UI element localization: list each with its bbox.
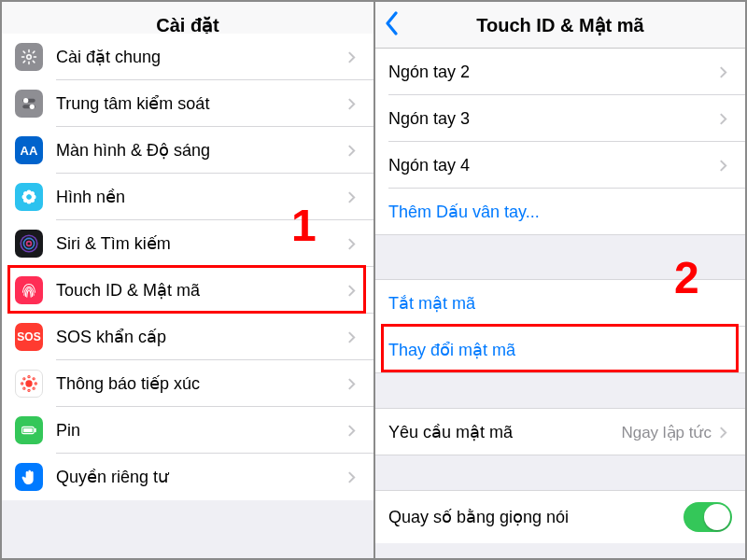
row-siri[interactable]: Siri & Tìm kiếm — [2, 220, 374, 267]
flower-icon — [15, 183, 43, 211]
row-exposure[interactable]: Thông báo tiếp xúc — [2, 360, 374, 407]
row-display[interactable]: AA Màn hình & Độ sáng — [2, 127, 374, 174]
row-label: SOS khẩn cấp — [56, 327, 347, 347]
group-separator — [375, 235, 745, 280]
row-finger-3[interactable]: Ngón tay 3 — [375, 95, 745, 142]
row-label: Ngón tay 4 — [388, 156, 719, 175]
voice-dial-toggle[interactable] — [684, 502, 732, 532]
chevron-right-icon — [719, 112, 732, 126]
chevron-right-icon — [347, 190, 360, 204]
svg-point-19 — [28, 389, 30, 391]
svg-point-22 — [23, 378, 25, 380]
hand-icon — [15, 463, 43, 491]
row-label: Yêu cầu mật mã — [388, 422, 621, 442]
require-group: Yêu cầu mật mã Ngay lập tức — [375, 409, 745, 455]
row-voice-dial: Quay số bằng giọng nói — [375, 491, 745, 543]
row-wallpaper[interactable]: Hình nền — [2, 174, 374, 220]
row-label: Ngón tay 2 — [388, 63, 719, 82]
row-label: Siri & Tìm kiếm — [56, 233, 347, 254]
svg-point-24 — [23, 387, 25, 389]
row-label: Thêm Dấu vân tay... — [388, 202, 732, 222]
row-label: Thay đổi mật mã — [388, 340, 732, 360]
svg-rect-28 — [35, 428, 36, 432]
row-require-passcode[interactable]: Yêu cầu mật mã Ngay lập tức — [375, 409, 745, 455]
row-privacy[interactable]: Quyền riêng tư — [2, 454, 374, 500]
passcode-actions-group: Tắt mật mã Thay đổi mật mã — [375, 280, 745, 373]
chevron-right-icon — [347, 424, 360, 438]
row-label: Màn hình & Độ sáng — [56, 140, 347, 161]
row-battery[interactable]: Pin — [2, 407, 374, 454]
group-separator — [375, 373, 745, 409]
row-finger-2[interactable]: Ngón tay 2 — [375, 49, 745, 95]
chevron-right-icon — [347, 144, 360, 158]
chevron-right-icon — [719, 426, 732, 440]
row-label: Quyền riêng tư — [56, 467, 347, 487]
row-detail: Ngay lập tức — [621, 423, 712, 442]
svg-point-21 — [35, 383, 36, 385]
exposure-icon — [15, 370, 43, 398]
row-finger-4[interactable]: Ngón tay 4 — [375, 142, 745, 189]
row-label: Tắt mật mã — [388, 293, 732, 314]
chevron-right-icon — [719, 65, 732, 79]
row-label: Cài đặt chung — [56, 47, 347, 67]
row-add-fingerprint[interactable]: Thêm Dấu vân tay... — [375, 189, 745, 235]
siri-icon — [15, 230, 43, 258]
touchid-pane: Touch ID & Mật mã Ngón tay 2 Ngón tay 3 … — [374, 2, 745, 558]
svg-point-4 — [30, 105, 35, 109]
row-label: Trung tâm kiểm soát — [56, 93, 347, 114]
svg-point-16 — [27, 242, 32, 246]
text-size-icon: AA — [15, 136, 43, 164]
row-label: Ngón tay 3 — [388, 109, 719, 129]
svg-point-2 — [23, 98, 28, 103]
chevron-right-icon — [347, 284, 360, 298]
row-general[interactable]: Cài đặt chung — [2, 34, 374, 80]
settings-pane: Cài đặt Cài đặt chung Trung tâm kiểm soá… — [2, 2, 374, 558]
nav-bar: Touch ID & Mật mã — [375, 2, 745, 49]
chevron-right-icon — [347, 377, 360, 391]
svg-point-25 — [33, 387, 35, 389]
row-sos[interactable]: SOS SOS khẩn cấp — [2, 314, 374, 360]
svg-point-18 — [28, 376, 30, 378]
chevron-right-icon — [347, 97, 360, 111]
svg-point-20 — [21, 383, 23, 385]
chevron-right-icon — [719, 159, 732, 173]
battery-icon — [15, 416, 43, 444]
chevron-right-icon — [347, 470, 360, 484]
fingerprints-group: Ngón tay 2 Ngón tay 3 Ngón tay 4 Thêm Dấ… — [375, 49, 745, 235]
row-turn-off-code[interactable]: Tắt mật mã — [375, 280, 745, 327]
row-label: Pin — [56, 421, 347, 441]
nav-title: Cài đặt — [156, 14, 219, 36]
row-touch-id[interactable]: Touch ID & Mật mã — [2, 267, 374, 314]
svg-point-0 — [27, 55, 32, 60]
row-label: Quay số bằng giọng nói — [388, 507, 684, 527]
settings-group: Cài đặt chung Trung tâm kiểm soát AA Màn… — [2, 34, 374, 500]
sos-icon: SOS — [15, 323, 43, 351]
row-label: Thông báo tiếp xúc — [56, 373, 347, 394]
row-label: Hình nền — [56, 187, 347, 207]
fingerprint-icon — [15, 276, 43, 304]
group-separator — [375, 455, 745, 491]
toggles-icon — [15, 90, 43, 118]
svg-point-23 — [33, 378, 35, 380]
row-change-code[interactable]: Thay đổi mật mã — [375, 327, 745, 373]
row-label: Touch ID & Mật mã — [56, 280, 347, 301]
chevron-right-icon — [347, 330, 360, 344]
back-button[interactable] — [385, 11, 405, 39]
svg-point-15 — [23, 238, 34, 248]
chevron-right-icon — [347, 50, 360, 64]
svg-point-17 — [25, 380, 32, 386]
svg-rect-27 — [23, 428, 33, 432]
gear-icon — [15, 43, 43, 71]
voice-dial-group: Quay số bằng giọng nói — [375, 491, 745, 543]
chevron-right-icon — [347, 237, 360, 251]
row-control-center[interactable]: Trung tâm kiểm soát — [2, 80, 374, 127]
svg-point-13 — [27, 195, 32, 200]
nav-title: Touch ID & Mật mã — [476, 14, 643, 36]
